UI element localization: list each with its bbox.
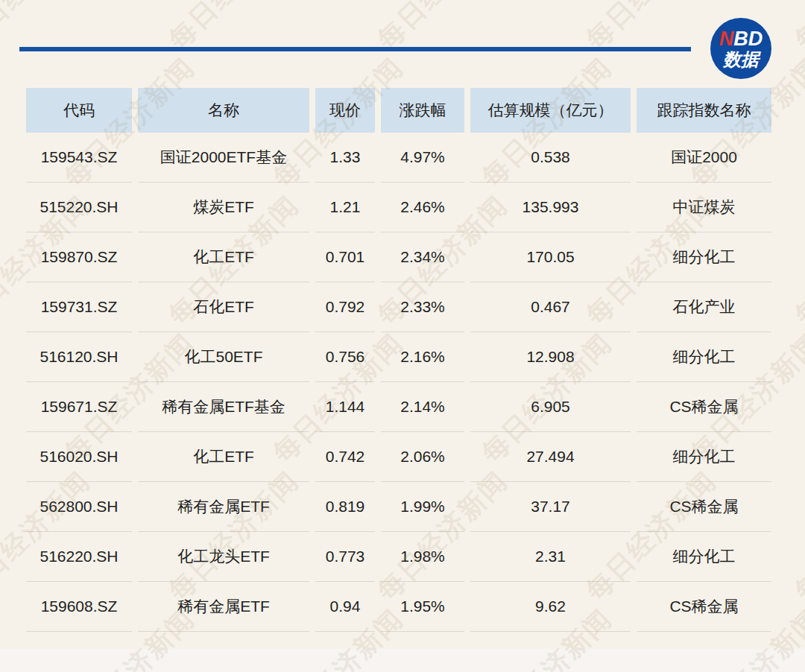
- cell-name: 国证2000ETF基金: [138, 133, 309, 183]
- cell-price: 0.792: [315, 282, 375, 332]
- cell-scale: 2.31: [470, 532, 631, 582]
- cell-price: 0.773: [315, 532, 375, 582]
- header-change: 涨跌幅: [381, 88, 464, 133]
- etf-data-table: 代码 名称 现价 涨跌幅 估算规模（亿元） 跟踪指数名称 159543.SZ国证…: [20, 88, 777, 632]
- table-header-row: 代码 名称 现价 涨跌幅 估算规模（亿元） 跟踪指数名称: [26, 88, 771, 133]
- cell-price: 0.94: [315, 582, 375, 632]
- cell-index: 国证2000: [637, 133, 771, 183]
- logo-shuju-text: 数据: [723, 50, 759, 69]
- cell-index: CS稀金属: [637, 382, 771, 432]
- cell-code: 159671.SZ: [26, 382, 132, 432]
- table-row: 159870.SZ化工ETF0.7012.34%170.05细分化工: [26, 232, 771, 282]
- cell-price: 0.819: [315, 482, 375, 532]
- watermark-text: 每日经济新闻: [787, 0, 805, 57]
- cell-code: 562800.SH: [26, 482, 132, 532]
- table-body: 159543.SZ国证2000ETF基金1.334.97%0.538国证2000…: [26, 133, 771, 632]
- watermark-text: 每日经济新闻: [787, 188, 805, 334]
- cell-scale: 37.17: [470, 482, 631, 532]
- logo-nbd-text: NBD: [719, 28, 763, 49]
- cell-code: 516220.SH: [26, 532, 132, 582]
- cell-change: 1.99%: [381, 482, 464, 532]
- table-row: 515220.SH煤炭ETF1.212.46%135.993中证煤炭: [26, 183, 771, 232]
- cell-price: 0.756: [315, 332, 375, 382]
- cell-scale: 6.905: [470, 382, 631, 432]
- logo-letter-n: N: [719, 28, 734, 50]
- table-row: 159543.SZ国证2000ETF基金1.334.97%0.538国证2000: [26, 133, 771, 183]
- header-scale: 估算规模（亿元）: [470, 88, 631, 133]
- cell-name: 稀有金属ETF基金: [138, 382, 309, 432]
- header-code: 代码: [26, 88, 132, 133]
- cell-scale: 9.62: [470, 582, 631, 632]
- cell-name: 化工ETF: [138, 432, 309, 482]
- cell-index: 石化产业: [637, 282, 771, 332]
- table-row: 516220.SH化工龙头ETF0.7731.98%2.31细分化工: [26, 532, 771, 582]
- header-price: 现价: [315, 88, 375, 133]
- cell-index: 细分化工: [637, 532, 771, 582]
- logo-letters-bd: BD: [733, 28, 763, 50]
- cell-change: 2.16%: [381, 332, 464, 382]
- nbd-logo-badge: NBD 数据: [710, 18, 771, 79]
- cell-price: 1.33: [315, 133, 375, 183]
- cell-change: 2.14%: [381, 382, 464, 432]
- cell-code: 515220.SH: [26, 183, 132, 232]
- header-index: 跟踪指数名称: [637, 88, 771, 133]
- table-row: 516020.SH化工ETF0.7422.06%27.494细分化工: [26, 432, 771, 482]
- cell-name: 化工龙头ETF: [138, 532, 309, 582]
- cell-name: 石化ETF: [138, 282, 309, 332]
- table-row: 159731.SZ石化ETF0.7922.33%0.467石化产业: [26, 282, 771, 332]
- table-header: 代码 名称 现价 涨跌幅 估算规模（亿元） 跟踪指数名称: [26, 88, 771, 133]
- cell-price: 0.701: [315, 232, 375, 282]
- table-row: 159608.SZ稀有金属ETF0.941.95%9.62CS稀金属: [26, 582, 771, 632]
- cell-code: 159870.SZ: [26, 232, 132, 282]
- header-rule: [19, 47, 691, 51]
- header-name: 名称: [138, 88, 309, 133]
- cell-index: CS稀金属: [637, 482, 771, 532]
- cell-name: 化工ETF: [138, 232, 309, 282]
- cell-name: 煤炭ETF: [138, 183, 309, 232]
- cell-code: 159608.SZ: [26, 582, 132, 632]
- watermark-text: 每日经济新闻: [787, 463, 805, 609]
- cell-index: CS稀金属: [637, 582, 771, 632]
- cell-code: 159543.SZ: [26, 133, 132, 183]
- cell-price: 0.742: [315, 432, 375, 482]
- cell-code: 516020.SH: [26, 432, 132, 482]
- cell-name: 稀有金属ETF: [138, 582, 309, 632]
- cell-change: 2.34%: [381, 232, 464, 282]
- table-row: 159671.SZ稀有金属ETF基金1.1442.14%6.905CS稀金属: [26, 382, 771, 432]
- cell-change: 1.98%: [381, 532, 464, 582]
- cell-price: 1.21: [315, 183, 375, 232]
- cell-price: 1.144: [315, 382, 375, 432]
- cell-code: 516120.SH: [26, 332, 132, 382]
- footer-band: [0, 649, 805, 672]
- table-row: 516120.SH化工50ETF0.7562.16%12.908细分化工: [26, 332, 771, 382]
- cell-index: 细分化工: [637, 332, 771, 382]
- cell-scale: 170.05: [470, 232, 631, 282]
- cell-change: 2.33%: [381, 282, 464, 332]
- table-row: 562800.SH稀有金属ETF0.8191.99%37.17CS稀金属: [26, 482, 771, 532]
- cell-code: 159731.SZ: [26, 282, 132, 332]
- cell-scale: 12.908: [470, 332, 631, 382]
- cell-change: 2.06%: [381, 432, 464, 482]
- cell-scale: 0.538: [470, 133, 631, 183]
- cell-change: 4.97%: [381, 133, 464, 183]
- cell-index: 细分化工: [637, 232, 771, 282]
- cell-scale: 135.993: [470, 183, 631, 232]
- cell-index: 细分化工: [637, 432, 771, 482]
- cell-name: 化工50ETF: [138, 332, 309, 382]
- cell-name: 稀有金属ETF: [138, 482, 309, 532]
- cell-index: 中证煤炭: [637, 183, 771, 232]
- cell-scale: 27.494: [470, 432, 631, 482]
- cell-change: 2.46%: [381, 183, 464, 232]
- cell-scale: 0.467: [470, 282, 631, 332]
- cell-change: 1.95%: [381, 582, 464, 632]
